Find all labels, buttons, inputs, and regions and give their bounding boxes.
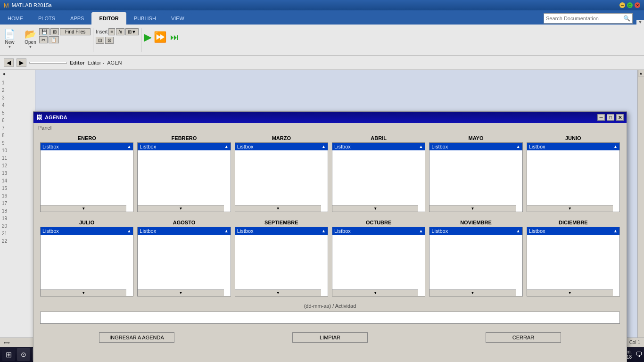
down-scroll-enero[interactable]: ▼ [41, 205, 126, 212]
dialog-close[interactable]: ✕ [616, 114, 624, 121]
listbox-header-octubre: Listbox ▲ [332, 227, 425, 235]
tab-apps[interactable]: APPS [63, 12, 91, 25]
listbox-content-julio [41, 235, 133, 293]
down-scroll-septiembre[interactable]: ▼ [235, 289, 321, 296]
ingresar-button[interactable]: INGRESAR A AGENDA [99, 332, 174, 343]
month-label-noviembre: NOVIEMBRE [460, 220, 492, 225]
up-arrow-agosto[interactable]: ▲ [224, 229, 229, 233]
dialog-minimize[interactable]: ─ [597, 114, 605, 121]
taskbar-search[interactable]: ⊙ [17, 348, 30, 361]
cerrar-button[interactable]: CERRAR [486, 332, 561, 343]
up-arrow-noviembre[interactable]: ▲ [516, 229, 520, 233]
minimize-button[interactable]: ─ [619, 2, 625, 8]
up-arrow-mayo[interactable]: ▲ [516, 144, 520, 149]
notification-icon[interactable]: 🗨 [636, 351, 642, 358]
down-scroll-abril[interactable]: ▼ [332, 205, 418, 212]
main-scrollbar[interactable]: ▲ ▼ [637, 70, 644, 361]
down-scroll-mayo[interactable]: ▼ [429, 205, 515, 212]
listbox-agosto[interactable]: Listbox ▲ ▼ [137, 227, 231, 296]
dialog-maximize[interactable]: □ [607, 114, 614, 121]
back-btn[interactable]: ◀ [4, 58, 14, 67]
main-area: ● 1 2 3 4 5 6 7 8 9 10 11 12 13 14 15 16… [0, 70, 644, 361]
run-section-button[interactable]: ⏩ [154, 31, 166, 43]
down-scroll-febrero[interactable]: ▼ [138, 205, 223, 212]
down-scroll-octubre[interactable]: ▼ [332, 289, 418, 296]
tab-home[interactable]: HOME [0, 12, 31, 25]
down-scroll-noviembre[interactable]: ▼ [429, 289, 515, 296]
up-arrow-marzo[interactable]: ▲ [322, 144, 326, 149]
maximize-button[interactable]: □ [627, 2, 633, 8]
open-button[interactable]: 📂 Open ▼ [23, 26, 38, 50]
tab-view[interactable]: VIEW [164, 12, 192, 25]
month-julio: JULIO Listbox ▲ ▼ [40, 220, 133, 296]
save-button[interactable]: 💾 [39, 28, 50, 35]
up-arrow-octubre[interactable]: ▲ [419, 229, 423, 233]
path-display[interactable] [29, 62, 67, 64]
search-arrow[interactable]: ▼ [636, 20, 644, 25]
insert-btn[interactable]: ≡ [108, 28, 115, 35]
start-button[interactable]: ⊞ [2, 348, 15, 361]
scroll-up-btn[interactable]: ▲ [638, 70, 644, 76]
line-13: 13 [2, 170, 33, 177]
tab-editor[interactable]: EDITOR [91, 12, 126, 25]
new-dropdown-arrow[interactable]: ▼ [8, 45, 12, 49]
up-arrow-julio[interactable]: ▲ [127, 229, 131, 233]
listbox-header-enero: Listbox ▲ [41, 143, 133, 150]
listbox-julio[interactable]: Listbox ▲ ▼ [40, 227, 133, 296]
up-arrow-febrero[interactable]: ▲ [224, 144, 229, 149]
compare-button[interactable]: ⊞ [50, 28, 59, 35]
tab-plots[interactable]: PLOTS [31, 12, 63, 25]
indent-btn2[interactable]: ⊡ [105, 37, 114, 44]
indent-btn1[interactable]: ⊡ [96, 37, 104, 44]
up-arrow-diciembre[interactable]: ▲ [613, 229, 618, 233]
listbox-mayo[interactable]: Listbox ▲ ▼ [429, 142, 522, 212]
open-dropdown[interactable]: ▼ [29, 45, 33, 49]
listbox-noviembre[interactable]: Listbox ▲ ▼ [429, 227, 522, 296]
down-scroll-junio[interactable]: ▼ [527, 205, 613, 212]
forward-btn[interactable]: ▶ [17, 58, 26, 67]
limpiar-button[interactable]: LIMPIAR [292, 332, 368, 343]
down-scroll-diciembre[interactable]: ▼ [527, 289, 613, 296]
search-box[interactable]: 🔍 [544, 13, 633, 24]
month-junio: JUNIO Listbox ▲ ▼ [527, 135, 620, 212]
close-button[interactable]: ✕ [635, 2, 640, 8]
line-2: 2 [2, 87, 33, 94]
up-arrow-enero[interactable]: ▲ [127, 144, 131, 149]
search-input[interactable] [546, 16, 621, 21]
down-scroll-marzo[interactable]: ▼ [235, 205, 321, 212]
run-button[interactable]: ▶ [144, 31, 152, 43]
agenda-file: AGEN [107, 60, 122, 66]
listbox-content-enero [41, 150, 133, 209]
fx-btn[interactable]: fx [116, 28, 124, 35]
down-scroll-agosto[interactable]: ▼ [138, 289, 223, 296]
listbox-septiembre[interactable]: Listbox ▲ ▼ [235, 227, 328, 296]
matlab-title: M MATLAB R2015a [4, 2, 52, 9]
month-noviembre: NOVIEMBRE Listbox ▲ ▼ [429, 220, 522, 296]
small-buttons: 💾 ⊞ Find Files ✂ 📋 [39, 28, 91, 43]
listbox-diciembre[interactable]: Listbox ▲ ▼ [527, 227, 620, 296]
run-advance-button[interactable]: ⏭ [170, 33, 179, 42]
copy-button[interactable]: 📋 [49, 36, 59, 43]
down-scroll-julio[interactable]: ▼ [41, 289, 126, 296]
listbox-octubre[interactable]: Listbox ▲ ▼ [332, 227, 425, 296]
up-arrow-junio[interactable]: ▲ [613, 144, 618, 149]
new-button-group[interactable]: 📄 New ▼ [2, 26, 17, 50]
status-left: ⟺ [4, 340, 10, 345]
sep1 [20, 28, 20, 52]
listbox-marzo[interactable]: Listbox ▲ ▼ [235, 142, 328, 212]
listbox-junio[interactable]: Listbox ▲ ▼ [527, 142, 620, 212]
cut-button[interactable]: ✂ [39, 36, 48, 43]
listbox-content-septiembre [235, 235, 328, 293]
tab-publish[interactable]: PUBLISH [126, 12, 164, 25]
line-20: 20 [2, 222, 33, 230]
activity-input[interactable] [40, 312, 620, 324]
find-files-button[interactable]: Find Files [60, 28, 91, 35]
listbox-abril[interactable]: Listbox ▲ ▼ [332, 142, 425, 212]
grid-btn[interactable]: ⊞▼ [125, 28, 139, 35]
listbox-enero[interactable]: Listbox ▲ ▼ [40, 142, 133, 212]
up-arrow-abril[interactable]: ▲ [419, 144, 423, 149]
up-arrow-septiembre[interactable]: ▲ [322, 229, 326, 233]
sep2 [93, 28, 93, 52]
insert-row: Insert ≡ fx ⊞▼ [96, 28, 139, 35]
listbox-febrero[interactable]: Listbox ▲ ▼ [137, 142, 231, 212]
